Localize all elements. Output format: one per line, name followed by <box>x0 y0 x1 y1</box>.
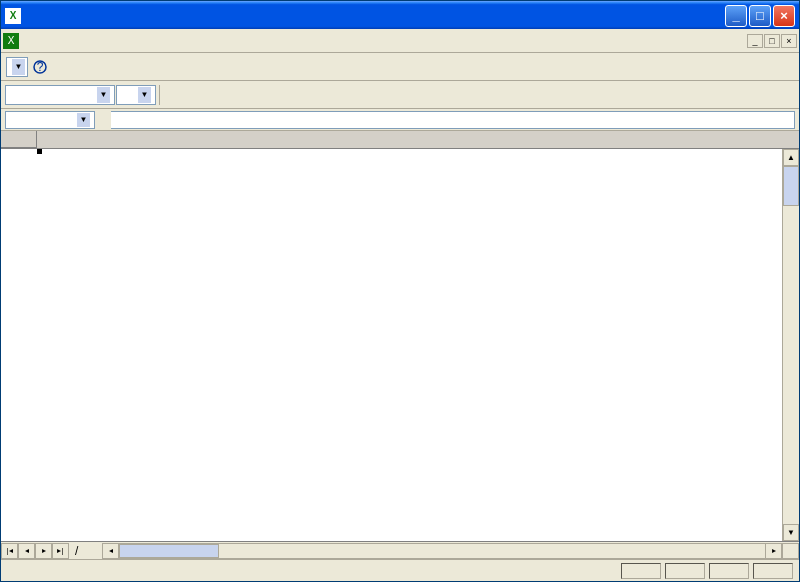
font-name-combo[interactable]: ▼ <box>5 85 115 105</box>
active-cell-border <box>37 149 41 153</box>
titlebar: X _ □ × <box>1 1 799 29</box>
formatting-toolbar: ▼ ▼ <box>1 81 799 109</box>
status-num <box>709 563 749 579</box>
chevron-down-icon: ▼ <box>97 87 110 103</box>
row-headers <box>1 149 37 541</box>
chevron-down-icon: ▼ <box>12 59 25 75</box>
window-controls: _ □ × <box>725 5 795 27</box>
scroll-left-button[interactable]: ◂ <box>102 543 119 559</box>
workbook-icon: X <box>3 33 19 49</box>
standard-toolbar: ▼ ? <box>1 53 799 81</box>
column-headers <box>1 131 799 149</box>
formula-bar: ▼ <box>1 109 799 131</box>
status-caps <box>665 563 705 579</box>
status-bar <box>1 559 799 581</box>
scroll-right-button[interactable]: ▸ <box>765 543 782 559</box>
mdi-restore-button[interactable]: □ <box>764 34 780 48</box>
formula-input[interactable] <box>111 111 795 129</box>
close-button[interactable]: × <box>773 5 795 27</box>
mdi-controls: _ □ × <box>747 34 797 48</box>
mdi-close-button[interactable]: × <box>781 34 797 48</box>
sheet-tab-bar: |◂ ◂ ▸ ▸| / ◂ ▸ <box>1 541 799 559</box>
scroll-corner <box>782 543 799 559</box>
vertical-scrollbar[interactable]: ▲ ▼ <box>782 149 799 541</box>
status-ext <box>621 563 661 579</box>
tab-navigation: |◂ ◂ ▸ ▸| <box>1 543 69 559</box>
excel-app-icon: X <box>5 8 21 24</box>
help-button[interactable]: ? <box>29 56 51 78</box>
mdi-minimize-button[interactable]: _ <box>747 34 763 48</box>
font-size-combo[interactable]: ▼ <box>116 85 156 105</box>
tab-next-button[interactable]: ▸ <box>35 543 52 559</box>
horizontal-scrollbar[interactable]: ◂ ▸ <box>102 543 782 559</box>
status-scrl <box>753 563 793 579</box>
minimize-button[interactable]: _ <box>725 5 747 27</box>
vertical-scroll-thumb[interactable] <box>783 166 799 206</box>
horizontal-scroll-thumb[interactable] <box>119 544 219 558</box>
scroll-down-button[interactable]: ▼ <box>783 524 799 541</box>
cells-area[interactable] <box>37 149 799 541</box>
chevron-down-icon: ▼ <box>77 113 90 127</box>
menubar: X _ □ × <box>1 29 799 53</box>
zoom-combo[interactable]: ▼ <box>6 57 28 77</box>
name-box[interactable]: ▼ <box>5 111 95 129</box>
svg-text:?: ? <box>37 60 44 74</box>
tab-last-button[interactable]: ▸| <box>52 543 69 559</box>
tab-prev-button[interactable]: ◂ <box>18 543 35 559</box>
maximize-button[interactable]: □ <box>749 5 771 27</box>
tab-first-button[interactable]: |◂ <box>1 543 18 559</box>
select-all-corner[interactable] <box>1 131 37 148</box>
tab-etc: / <box>71 544 82 558</box>
worksheet-grid: ▲ ▼ <box>1 131 799 541</box>
chevron-down-icon: ▼ <box>138 87 151 103</box>
separator <box>159 85 164 105</box>
scroll-up-button[interactable]: ▲ <box>783 149 799 166</box>
